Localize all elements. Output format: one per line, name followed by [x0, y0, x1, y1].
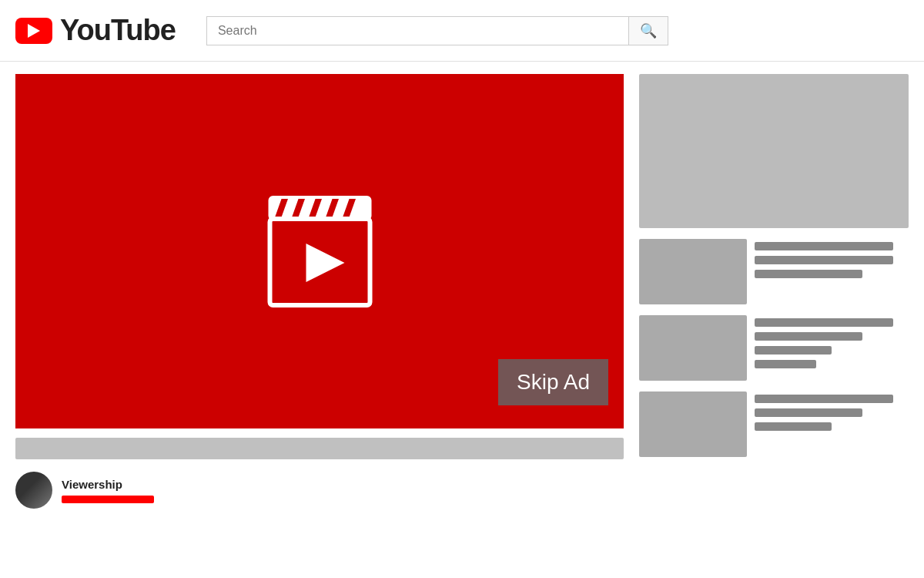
sidebar-title-line2	[755, 332, 862, 341]
subscribe-bar[interactable]	[62, 496, 154, 503]
avatar-image	[15, 472, 52, 509]
sidebar-text-lines	[755, 239, 909, 304]
sidebar-video-item[interactable]	[639, 315, 909, 381]
sidebar-title-line1	[755, 242, 893, 250]
skip-ad-button[interactable]: Skip Ad	[498, 359, 608, 405]
sidebar-title-line2	[755, 256, 893, 264]
sidebar-title-line1	[755, 318, 893, 327]
youtube-logo-icon	[15, 18, 52, 44]
sidebar-thumbnail	[639, 315, 747, 381]
channel-row: Viewership	[15, 472, 624, 509]
header: YouTube 🔍	[0, 0, 924, 62]
svg-marker-8	[306, 244, 344, 282]
sidebar-title-line3	[755, 270, 862, 278]
sidebar-video-item[interactable]	[639, 239, 909, 304]
video-player[interactable]: Skip Ad	[15, 74, 624, 428]
logo-area[interactable]: YouTube	[15, 14, 176, 47]
main-content: Skip Ad Viewership	[0, 62, 924, 521]
sidebar-thumbnail	[639, 239, 747, 304]
sidebar-text-lines	[755, 391, 909, 457]
video-section: Skip Ad Viewership	[15, 74, 624, 509]
sidebar-ad-banner	[639, 74, 909, 228]
search-icon: 🔍	[640, 22, 657, 39]
sidebar-title-line1	[755, 395, 893, 403]
channel-avatar	[15, 472, 52, 509]
sidebar-title-line3	[755, 346, 832, 355]
sidebar-title-line3	[755, 422, 832, 431]
youtube-logo-text: YouTube	[60, 14, 176, 47]
channel-info: Viewership	[62, 478, 154, 503]
search-button[interactable]: 🔍	[628, 16, 668, 45]
sidebar-title-line4	[755, 360, 816, 368]
sidebar-text-lines	[755, 315, 909, 381]
search-area: 🔍	[206, 16, 668, 45]
sidebar-video-item[interactable]	[639, 391, 909, 457]
video-title-bar	[15, 438, 624, 459]
film-clapper-icon	[264, 193, 376, 309]
sidebar-title-line2	[755, 408, 862, 417]
channel-name: Viewership	[62, 478, 154, 491]
search-input[interactable]	[206, 16, 628, 45]
sidebar	[639, 74, 909, 509]
sidebar-thumbnail	[639, 391, 747, 457]
